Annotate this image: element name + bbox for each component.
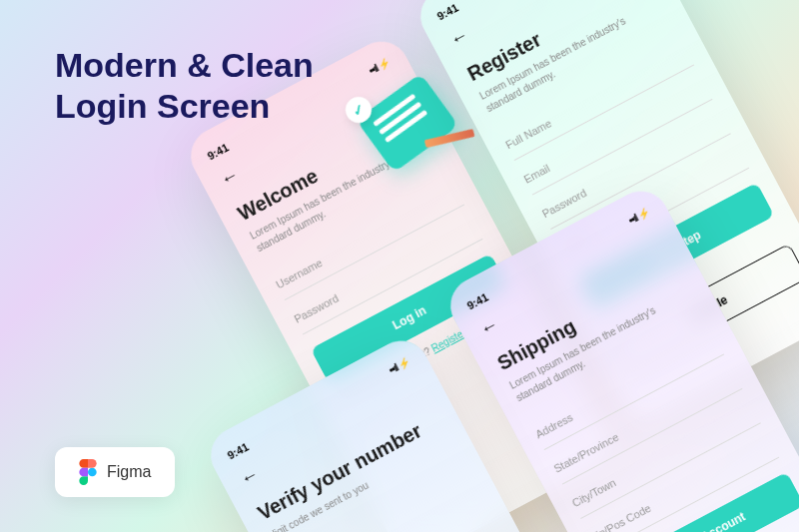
figma-label: Figma xyxy=(107,463,151,481)
status-signal: ••ıl ⚡ xyxy=(626,207,650,227)
hero-title: Modern & Clean Login Screen xyxy=(55,45,314,127)
status-time: 9:41 xyxy=(206,142,231,163)
status-signal: ••ıl ⚡ xyxy=(387,356,410,376)
figma-badge: Figma xyxy=(55,447,175,497)
status-time: 9:41 xyxy=(435,2,460,23)
status-time: 9:41 xyxy=(226,441,251,462)
status-signal: ••ıl ⚡ xyxy=(367,57,391,77)
hero-line1: Modern & Clean xyxy=(55,45,314,86)
hero-line2: Login Screen xyxy=(55,86,314,127)
figma-icon xyxy=(79,459,97,485)
status-time: 9:41 xyxy=(465,291,490,312)
